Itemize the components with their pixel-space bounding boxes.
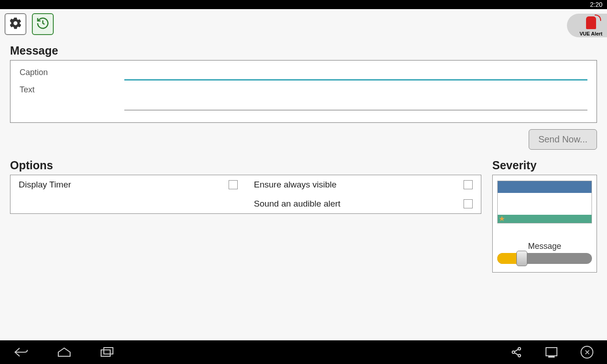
sound-alert-label: Sound an audible alert: [254, 199, 341, 209]
status-time: 2:20: [590, 1, 602, 8]
ensure-visible-label: Ensure always visible: [254, 180, 337, 190]
slider-thumb[interactable]: [516, 251, 527, 266]
android-status-bar: 2:20: [0, 0, 607, 9]
svg-rect-0: [101, 350, 110, 356]
svg-line-6: [515, 353, 519, 355]
options-panel: Display Timer Ensure always visible Soun…: [10, 175, 481, 214]
svg-rect-7: [546, 348, 557, 356]
back-button[interactable]: [14, 346, 29, 358]
svg-rect-8: [549, 356, 554, 357]
caption-label: Caption: [20, 68, 124, 81]
send-now-button[interactable]: Send Now...: [529, 129, 597, 150]
severity-preview: ★: [497, 181, 592, 223]
severity-slider-label: Message: [528, 242, 561, 251]
home-button[interactable]: [56, 346, 72, 358]
options-section-title: Options: [10, 159, 481, 172]
svg-line-5: [515, 349, 519, 352]
display-timer-checkbox[interactable]: [229, 180, 238, 189]
severity-panel: ★ Message: [492, 175, 597, 273]
caption-input[interactable]: [124, 68, 587, 81]
close-button[interactable]: ✕: [581, 346, 593, 359]
settings-button[interactable]: [5, 13, 26, 35]
text-input[interactable]: [124, 85, 587, 111]
history-button[interactable]: [32, 13, 54, 35]
sound-alert-checkbox[interactable]: [464, 199, 473, 208]
android-nav-bar: ✕: [0, 340, 607, 364]
message-panel: Caption Text: [10, 60, 597, 123]
app-toolbar: VUE Alert: [0, 9, 607, 39]
recent-apps-button[interactable]: [99, 346, 115, 358]
share-button[interactable]: [510, 346, 522, 358]
logo-label: VUE Alert: [580, 31, 602, 36]
gear-icon: [9, 16, 22, 32]
cast-button[interactable]: [545, 347, 558, 358]
app-logo: VUE Alert: [567, 14, 607, 37]
svg-rect-1: [104, 348, 113, 354]
main-content: Message Caption Text Send Now... Options…: [0, 39, 607, 340]
star-icon: ★: [499, 215, 506, 222]
message-section-title: Message: [10, 44, 597, 57]
siren-icon: [582, 16, 600, 30]
ensure-visible-checkbox[interactable]: [464, 180, 473, 189]
close-icon: ✕: [581, 346, 593, 359]
severity-section-title: Severity: [492, 159, 597, 172]
text-label: Text: [20, 85, 124, 111]
history-icon: [36, 16, 50, 32]
severity-slider[interactable]: [497, 253, 592, 264]
display-timer-label: Display Timer: [19, 180, 71, 190]
